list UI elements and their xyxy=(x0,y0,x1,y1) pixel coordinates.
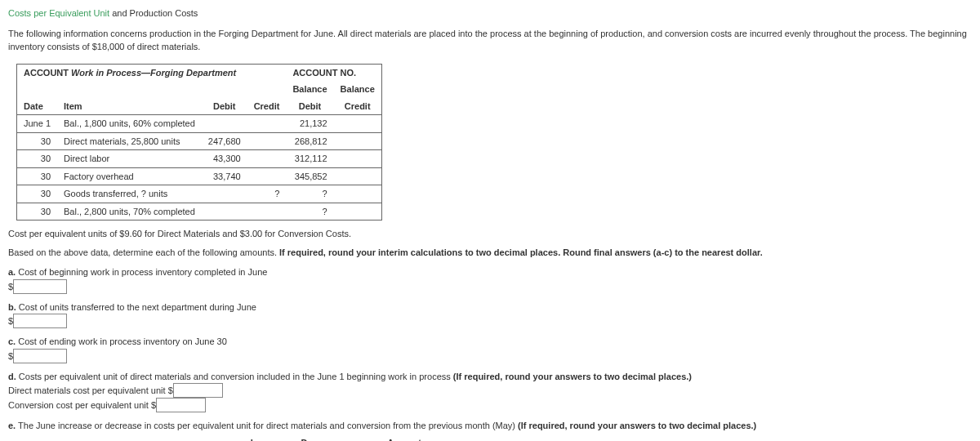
qc-text: Cost of ending work in process inventory… xyxy=(18,336,227,346)
cell-item: Goods transferred, ? units xyxy=(57,185,202,203)
table-row: 30 Factory overhead 33,740 345,852 xyxy=(17,167,382,185)
qe-bold: (If required, round your answers to two … xyxy=(518,421,756,430)
dm-cost-input[interactable] xyxy=(173,383,223,398)
cell-credit: ? xyxy=(247,185,287,203)
cell-bdebit: 268,812 xyxy=(286,132,333,150)
question-a: a. Cost of beginning work in process inv… xyxy=(8,265,972,279)
cell-date: 30 xyxy=(17,132,58,150)
cell-date: 30 xyxy=(17,167,58,185)
cell-item: Factory overhead xyxy=(57,167,202,185)
col-balance-debit-top: Balance xyxy=(286,81,333,98)
answer-b-input[interactable] xyxy=(13,314,67,328)
cell-bdebit: ? xyxy=(286,185,333,203)
qb-label: b. xyxy=(8,302,16,312)
question-d: d. Costs per equivalent unit of direct m… xyxy=(8,370,972,384)
cell-item: Bal., 2,800 units, 70% completed xyxy=(57,203,202,220)
etable-header-amount: Amount xyxy=(369,434,439,442)
qb-text: Cost of units transferred to the next de… xyxy=(19,302,256,312)
cell-item: Direct materials, 25,800 units xyxy=(57,132,202,150)
cell-date: 30 xyxy=(17,150,58,168)
account-header-cell: ACCOUNT Work in Process—Forging Departme… xyxy=(17,64,287,81)
qd-line2-row: Conversion cost per equivalent unit $ xyxy=(8,398,972,412)
cell-bdebit: ? xyxy=(286,203,333,220)
question-b: b. Cost of units transferred to the next… xyxy=(8,301,972,314)
cell-credit xyxy=(247,132,287,150)
cell-date: 30 xyxy=(17,185,58,203)
cell-date: June 1 xyxy=(17,115,58,133)
cell-credit xyxy=(247,203,287,220)
col-credit: Credit xyxy=(247,98,287,115)
col-bal-credit: Credit xyxy=(334,98,382,115)
based-on-bold: If required, round your interim calculat… xyxy=(279,247,763,257)
cell-bdebit: 21,132 xyxy=(286,115,333,133)
col-balance-credit-top: Balance xyxy=(334,81,382,98)
answer-b-row: $ xyxy=(8,314,972,328)
title-green: Costs per Equivalent Unit xyxy=(8,8,109,18)
col-date: Date xyxy=(17,98,58,115)
etable-header-incdec: Increase or Decrease xyxy=(224,434,368,442)
qd-bold: (If required, round your answers to two … xyxy=(453,372,692,381)
cell-bcredit xyxy=(334,115,382,133)
cell-date: 30 xyxy=(17,203,58,220)
answer-c-row: $ xyxy=(8,349,972,363)
account-label: ACCOUNT xyxy=(24,68,71,78)
account-name: Work in Process—Forging Department xyxy=(71,68,236,78)
instructions: Based on the above data, determine each … xyxy=(8,246,972,260)
qd-text: Costs per equivalent unit of direct mate… xyxy=(19,372,453,381)
account-no-cell: ACCOUNT NO. xyxy=(286,64,381,81)
cell-bcredit xyxy=(334,132,382,150)
cell-bcredit xyxy=(334,203,382,220)
cell-credit xyxy=(247,115,287,133)
answer-c-input[interactable] xyxy=(13,349,67,363)
page-title: Costs per Equivalent Unit and Production… xyxy=(8,7,972,20)
cell-debit: 43,300 xyxy=(202,150,247,168)
cell-item: Bal., 1,800 units, 60% completed xyxy=(57,115,202,133)
cell-debit xyxy=(202,185,247,203)
cell-bcredit xyxy=(334,150,382,168)
cell-debit xyxy=(202,203,247,220)
qd-line1-row: Direct materials cost per equivalent uni… xyxy=(8,383,972,398)
qd-label: d. xyxy=(8,372,16,381)
col-item: Item xyxy=(57,98,202,115)
account-table: ACCOUNT Work in Process—Forging Departme… xyxy=(16,64,382,221)
table-row: 30 Bal., 2,800 units, 70% completed ? xyxy=(17,203,382,220)
cell-item: Direct labor xyxy=(57,150,202,168)
intro-text: The following information concerns produ… xyxy=(8,27,972,54)
cell-debit: 33,740 xyxy=(202,167,247,185)
cell-bcredit xyxy=(334,185,382,203)
cell-debit xyxy=(202,115,247,133)
title-rest: and Production Costs xyxy=(109,8,198,18)
table-row: June 1 Bal., 1,800 units, 60% completed … xyxy=(17,115,382,133)
cell-bcredit xyxy=(334,167,382,185)
cell-debit: 247,680 xyxy=(202,132,247,150)
qa-text: Cost of beginning work in process invent… xyxy=(18,267,267,277)
table-row: 30 Goods transferred, ? units ? ? xyxy=(17,185,382,203)
qd-line1-label: Direct materials cost per equivalent uni… xyxy=(8,385,173,395)
based-on-text: Based on the above data, determine each … xyxy=(8,247,279,257)
question-c: c. Cost of ending work in process invent… xyxy=(8,335,972,349)
cell-bdebit: 312,112 xyxy=(286,150,333,168)
cell-credit xyxy=(247,167,287,185)
qa-label: a. xyxy=(8,267,16,277)
qe-label: e. xyxy=(8,421,16,430)
col-bal-debit: Debit xyxy=(286,98,333,115)
col-debit: Debit xyxy=(202,98,247,115)
table-row: 30 Direct labor 43,300 312,112 xyxy=(17,150,382,168)
conv-cost-input[interactable] xyxy=(156,398,206,412)
e-table: Increase or Decrease Amount Change in di… xyxy=(8,433,441,442)
cell-credit xyxy=(247,150,287,168)
cost-note: Cost per equivalent units of $9.60 for D… xyxy=(8,227,972,241)
answer-a-row: $ xyxy=(8,279,972,294)
qe-text: The June increase or decrease in costs p… xyxy=(18,421,518,430)
question-e: e. The June increase or decrease in cost… xyxy=(8,419,972,433)
qc-label: c. xyxy=(8,336,16,346)
cell-bdebit: 345,852 xyxy=(286,167,333,185)
answer-a-input[interactable] xyxy=(13,279,67,294)
qd-line2-label: Conversion cost per equivalent unit $ xyxy=(8,400,156,410)
table-row: 30 Direct materials, 25,800 units 247,68… xyxy=(17,132,382,150)
